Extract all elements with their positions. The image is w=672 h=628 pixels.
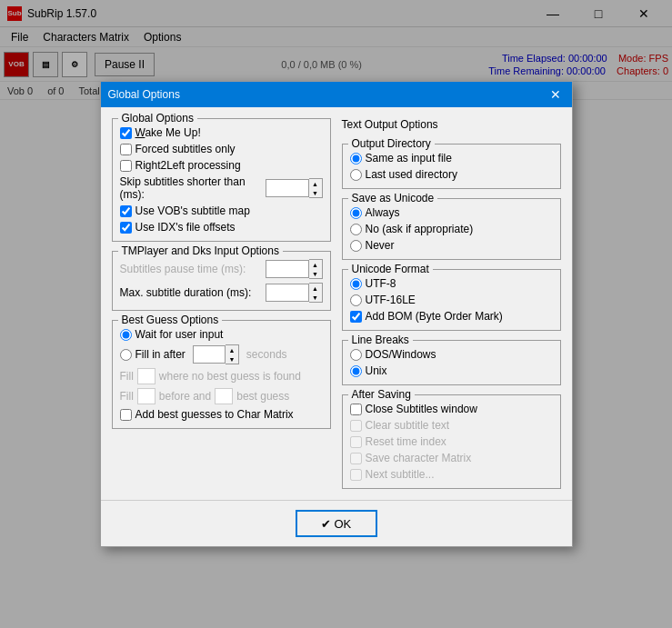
fill-bracket-input[interactable]: [ bbox=[137, 388, 155, 404]
wake-me-up-checkbox[interactable] bbox=[120, 127, 132, 139]
forced-subtitles-label: Forced subtitles only bbox=[135, 143, 236, 155]
text-output-header: Text Output Options bbox=[342, 118, 561, 131]
add-bom-row: Add BOM (Byte Order Mark) bbox=[350, 310, 553, 323]
close-subtitles-row: Close Subtitles window bbox=[350, 403, 553, 415]
global-options-group: Global Options Wake Me Up! Forced subtit… bbox=[112, 118, 331, 242]
utf16le-radio[interactable] bbox=[350, 294, 362, 306]
subtitles-pause-down[interactable]: ▼ bbox=[309, 269, 322, 278]
right2left-checkbox[interactable] bbox=[120, 160, 132, 172]
fill-in-after-radio[interactable] bbox=[120, 349, 132, 361]
no-ask-label: No (ask if appropriate) bbox=[366, 223, 474, 235]
fill-after-up[interactable]: ▲ bbox=[226, 345, 238, 354]
fill-before-prefix: Fill bbox=[120, 390, 134, 403]
same-as-input-row: Same as input file bbox=[350, 152, 553, 164]
global-options-label: Global Options bbox=[118, 112, 197, 125]
utf8-radio[interactable] bbox=[350, 278, 362, 290]
reset-time-label: Reset time index bbox=[366, 435, 446, 448]
line-breaks-content: DOS/Windows Unix bbox=[350, 348, 553, 377]
fill-char-input[interactable]: * bbox=[137, 368, 155, 384]
after-saving-content: Close Subtitles window Clear subtitle te… bbox=[350, 403, 553, 481]
right-panel: Text Output Options Output Directory Sam… bbox=[342, 118, 561, 489]
fill-after-down[interactable]: ▼ bbox=[226, 354, 238, 364]
unix-label: Unix bbox=[366, 364, 387, 377]
subtitles-pause-spin: 500 ▲ ▼ bbox=[266, 259, 323, 279]
subtitles-pause-up[interactable]: ▲ bbox=[309, 260, 322, 269]
add-bom-label: Add BOM (Byte Order Mark) bbox=[366, 310, 503, 323]
max-duration-input[interactable]: 2500 bbox=[266, 284, 309, 302]
never-row: Never bbox=[350, 239, 553, 252]
subtitles-pause-input[interactable]: 500 bbox=[266, 260, 309, 278]
add-best-guesses-checkbox[interactable] bbox=[120, 409, 132, 421]
dos-windows-label: DOS/Windows bbox=[366, 348, 436, 361]
output-directory-content: Same as input file Last used directory bbox=[350, 152, 553, 181]
wait-for-input-radio[interactable] bbox=[120, 329, 132, 341]
subtitles-pause-arrows: ▲ ▼ bbox=[309, 259, 323, 279]
utf16le-label: UTF-16LE bbox=[366, 294, 416, 306]
dialog-footer: ✔ OK bbox=[101, 500, 572, 546]
save-unicode-group: Save as Unicode Always No (ask if approp… bbox=[342, 198, 561, 260]
last-used-dir-label: Last used directory bbox=[366, 168, 457, 181]
dialog-overlay: Global Options ✕ Global Options Wake Me … bbox=[0, 0, 672, 628]
same-as-input-radio[interactable] bbox=[350, 153, 362, 164]
tmplayer-label: TMPlayer and Dks Input Options bbox=[118, 244, 283, 257]
fill-no-best-label: where no best guess is found bbox=[159, 370, 301, 383]
reset-time-row: Reset time index bbox=[350, 435, 553, 448]
skip-up-arrow[interactable]: ▲ bbox=[309, 179, 322, 188]
dialog-titlebar: Global Options ✕ bbox=[101, 82, 572, 107]
unix-radio[interactable] bbox=[350, 365, 362, 377]
save-unicode-label: Save as Unicode bbox=[348, 192, 438, 204]
use-idx-checkbox[interactable] bbox=[120, 222, 132, 234]
clear-subtitle-row: Clear subtitle text bbox=[350, 419, 553, 432]
save-char-matrix-checkbox[interactable] bbox=[350, 453, 362, 464]
last-used-dir-radio[interactable] bbox=[350, 169, 362, 181]
forced-subtitles-checkbox[interactable] bbox=[120, 144, 132, 155]
unix-row: Unix bbox=[350, 364, 553, 377]
reset-time-checkbox[interactable] bbox=[350, 436, 362, 448]
unicode-format-content: UTF-8 UTF-16LE Add BOM (Byte Order Mark) bbox=[350, 277, 553, 323]
wait-for-input-row: Wait for user input bbox=[120, 328, 323, 341]
max-duration-up[interactable]: ▲ bbox=[309, 284, 322, 293]
unicode-format-group: Unicode Format UTF-8 UTF-16LE Add BOM bbox=[342, 269, 561, 331]
utf8-row: UTF-8 bbox=[350, 277, 553, 290]
use-idx-label: Use IDX's file offsets bbox=[135, 221, 236, 234]
fill-after-arrows: ▲ ▼ bbox=[226, 344, 239, 364]
next-subtitle-checkbox[interactable] bbox=[350, 469, 362, 481]
skip-arrows: ▲ ▼ bbox=[309, 178, 323, 198]
tmplayer-group: TMPlayer and Dks Input Options Subtitles… bbox=[112, 251, 331, 311]
best-guess-label: Best Guess Options bbox=[118, 314, 223, 326]
fill-after-input[interactable]: 10 bbox=[193, 345, 226, 364]
fill-after-spin: 10 ▲ ▼ bbox=[193, 344, 239, 364]
close-subtitles-checkbox[interactable] bbox=[350, 404, 362, 415]
best-guess-group: Best Guess Options Wait for user input F… bbox=[112, 320, 331, 429]
same-as-input-label: Same as input file bbox=[366, 152, 452, 164]
max-duration-down[interactable]: ▼ bbox=[309, 293, 322, 302]
save-char-matrix-label: Save character Matrix bbox=[366, 452, 472, 464]
fill-char-prefix: Fill bbox=[120, 370, 134, 383]
after-saving-label: After Saving bbox=[348, 388, 415, 401]
unicode-format-label: Unicode Format bbox=[348, 263, 433, 275]
skip-value-input[interactable]: 200 bbox=[266, 179, 309, 197]
dialog-close-button[interactable]: ✕ bbox=[547, 85, 565, 104]
dos-windows-radio[interactable] bbox=[350, 349, 362, 361]
fill-bracket2-input[interactable]: ] bbox=[215, 388, 233, 404]
skip-subtitles-label: Skip subtitles shorter than (ms): bbox=[120, 175, 262, 201]
add-best-guesses-row: Add best guesses to Char Matrix bbox=[120, 408, 323, 421]
wait-for-input-label: Wait for user input bbox=[135, 328, 224, 341]
ok-button[interactable]: ✔ OK bbox=[296, 510, 377, 537]
line-breaks-label: Line Breaks bbox=[348, 334, 413, 346]
fill-char-row: Fill * where no best guess is found bbox=[120, 368, 323, 384]
always-radio[interactable] bbox=[350, 207, 362, 219]
global-options-content: Wake Me Up! Forced subtitles only Right2… bbox=[120, 126, 323, 234]
never-radio[interactable] bbox=[350, 240, 362, 252]
clear-subtitle-checkbox[interactable] bbox=[350, 420, 362, 432]
dialog-title: Global Options bbox=[108, 88, 547, 101]
right2left-row: Right2Left processing bbox=[120, 159, 323, 172]
fill-best-guess-label: best guess bbox=[236, 390, 289, 403]
save-char-matrix-row: Save character Matrix bbox=[350, 452, 553, 464]
no-ask-radio[interactable] bbox=[350, 224, 362, 235]
skip-down-arrow[interactable]: ▼ bbox=[309, 188, 322, 197]
next-subtitle-label: Next subtitle... bbox=[366, 468, 435, 481]
global-options-dialog: Global Options ✕ Global Options Wake Me … bbox=[100, 81, 573, 547]
add-bom-checkbox[interactable] bbox=[350, 311, 362, 323]
use-vob-checkbox[interactable] bbox=[120, 205, 132, 217]
